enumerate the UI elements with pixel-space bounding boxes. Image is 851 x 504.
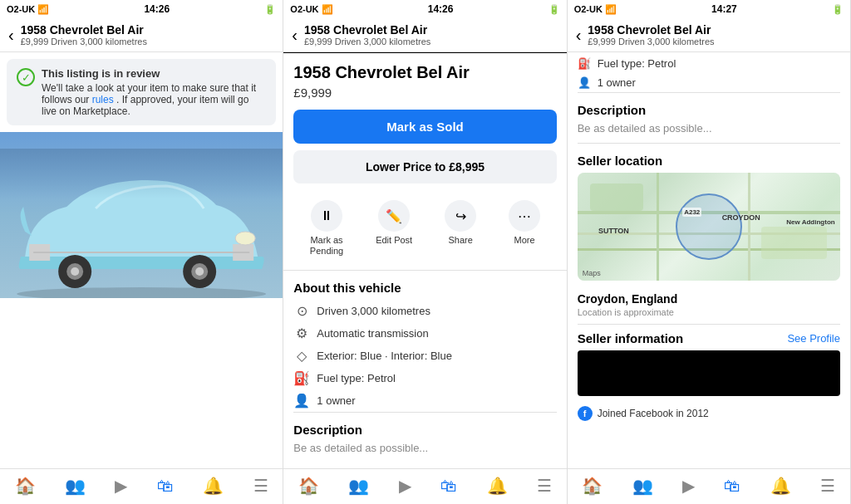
detail-transmission-text: Automatic transmission [317,327,428,340]
map-label-a232: A232 [682,208,701,217]
location-name: Croydon, England [568,287,850,307]
nav-bell-1[interactable]: 🔔 [203,476,224,496]
review-check-icon: ✓ [17,68,35,86]
lower-price-button[interactable]: Lower Price to £8,995 [293,150,556,183]
detail-color-text: Exterior: Blue · Interior: Blue [317,350,452,362]
nav-marketplace-2[interactable]: 🛍 [440,477,457,496]
action-edit-post[interactable]: ✏️ Edit Post [376,200,412,257]
panel-3: O2-UK 📶 14:27 🔋 ‹ 1958 Chevrolet Bel Air… [568,0,851,504]
description-text-2: Be as detailed as possible... [283,442,566,464]
svg-point-7 [195,267,204,276]
seller-avatar [578,350,840,396]
map-label-sutton: SUTTON [598,227,629,235]
nav-home-2[interactable]: 🏠 [298,476,319,496]
nav-watch-1[interactable]: ▶ [115,476,127,496]
nav-watch-2[interactable]: ▶ [399,476,411,496]
owner-icon-3: 👤 [578,76,591,89]
bottom-nav-2: 🏠 👥 ▶ 🛍 🔔 ☰ [283,468,566,504]
map-container[interactable]: CROYDON SUTTON A232 New Addington Maps [578,173,840,281]
time-2: 14:26 [428,3,454,15]
svg-point-4 [71,267,79,276]
action-mark-pending[interactable]: ⏸ Mark asPending [310,200,343,257]
nav-friends-3[interactable]: 👥 [632,476,653,496]
nav-title-1: 1958 Chevrolet Bel Air [21,23,147,37]
nav-bar-1: ‹ 1958 Chevrolet Bel Air £9,999 Driven 3… [0,18,283,52]
pencil-icon: ✏️ [378,200,410,232]
panel-2: O2-UK 📶 14:26 🔋 ‹ 1958 Chevrolet Bel Air… [283,0,567,504]
nav-title-3: 1958 Chevrolet Bel Air [588,23,714,37]
fuel-icon: ⛽ [293,370,310,386]
status-bar-2: O2-UK 📶 14:26 🔋 [283,0,566,18]
owner-text-3: 1 owner [598,76,636,89]
location-approx: Location is approximate [568,307,850,324]
detail-transmission: ⚙ Automatic transmission [283,322,566,345]
battery-icon-1: 🔋 [264,4,276,15]
nav-marketplace-3[interactable]: 🛍 [724,477,740,496]
nav-watch-3[interactable]: ▶ [682,476,695,496]
nav-subtitle-1: £9,999 Driven 3,000 kilometres [21,37,147,46]
review-rules-link[interactable]: rules [92,94,114,105]
panel-1-content: ✓ This listing is in review We'll take a… [0,52,283,468]
seller-info-header: Seller information See Profile [568,325,850,350]
detail-owner: 👤 1 owner [283,389,566,412]
nav-menu-1[interactable]: ☰ [253,476,268,496]
detail-km-text: Driven 3,000 kilometres [317,305,430,317]
review-title: This listing is in review [42,67,266,80]
back-button-3[interactable]: ‹ [576,26,582,45]
owner-row-3: 👤 1 owner [568,73,850,92]
fuel-icon-3: ⛽ [578,57,591,70]
battery-icon-2: 🔋 [548,4,560,15]
nav-bar-3: ‹ 1958 Chevrolet Bel Air £9,999 Driven 3… [568,18,850,52]
listing-price-2: £9,999 [283,86,566,110]
status-bar-3: O2-UK 📶 14:27 🔋 [568,0,850,18]
nav-menu-2[interactable]: ☰ [537,476,552,496]
action-more[interactable]: ⋯ More [509,200,540,257]
detail-km: ⊙ Driven 3,000 kilometres [283,300,566,322]
map-label-new-addington: New Addington [786,218,834,226]
action-share[interactable]: ↪ Share [445,200,476,257]
nav-bar-2: ‹ 1958 Chevrolet Bel Air £9,999 Driven 3… [283,18,566,52]
mark-as-sold-button[interactable]: Mark as Sold [293,110,556,144]
nav-subtitle-2: £9,999 Driven 3,000 kilometres [304,37,430,46]
paint-icon: ◇ [293,348,310,364]
action-label-more: More [514,235,535,246]
nav-bell-2[interactable]: 🔔 [487,476,508,496]
time-1: 14:26 [144,3,170,15]
fuel-text-3: Fuel type: Petrol [598,57,676,70]
back-button-2[interactable]: ‹ [292,26,298,45]
map-label-croydon: CROYDON [722,213,760,222]
description-text-3: Be as detailed as possible... [568,122,850,143]
svg-point-1 [235,232,255,245]
nav-friends-2[interactable]: 👥 [348,476,369,496]
listing-title-2: 1958 Chevrolet Bel Air [283,53,566,86]
signal-icon-2: 📶 [322,4,333,15]
vehicle-section-title: About this vehicle [283,271,566,300]
nav-marketplace-1[interactable]: 🛍 [157,477,174,496]
fuel-row-3: ⛽ Fuel type: Petrol [568,54,850,73]
map-background: CROYDON SUTTON A232 New Addington Maps [578,173,840,281]
car-image [0,132,283,298]
status-bar-1: O2-UK 📶 14:26 🔋 [0,0,283,18]
battery-icon-3: 🔋 [832,4,844,15]
panel-3-content: ⛽ Fuel type: Petrol 👤 1 owner Descriptio… [568,52,850,468]
panel-2-content: 1958 Chevrolet Bel Air £9,999 Mark as So… [283,53,566,468]
nav-home-3[interactable]: 🏠 [582,476,603,496]
nav-bell-3[interactable]: 🔔 [770,476,791,496]
svg-point-0 [17,287,266,298]
description-title-3: Description [568,93,850,122]
back-button-1[interactable]: ‹ [8,26,14,45]
action-label-pending: Mark asPending [310,235,343,257]
bottom-nav-1: 🏠 👥 ▶ 🛍 🔔 ☰ [0,468,283,504]
fb-joined: f Joined Facebook in 2012 [568,403,850,424]
nav-home-1[interactable]: 🏠 [15,476,36,496]
see-profile-link[interactable]: See Profile [787,332,840,345]
odometer-icon: ⊙ [293,303,310,319]
seller-info-title: Seller information [578,331,684,345]
review-banner: ✓ This listing is in review We'll take a… [7,59,276,125]
seller-location-title: Seller location [568,144,850,173]
nav-menu-3[interactable]: ☰ [820,476,835,496]
carrier-3: O2-UK [574,4,603,14]
carrier-1: O2-UK [7,4,35,14]
nav-friends-1[interactable]: 👥 [65,476,86,496]
detail-fuel: ⛽ Fuel type: Petrol [283,367,566,389]
